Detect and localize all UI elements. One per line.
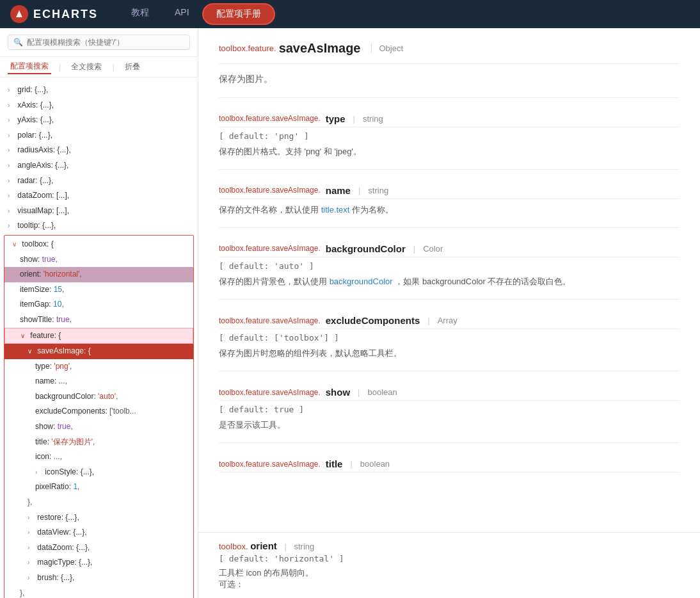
tree-item-title[interactable]: title: '保存为图片', [4,435,193,450]
prop-excludecomp-path: toolbox.feature.saveAsImage. [219,316,321,325]
bottom-default: [ default: 'horizontal' ] [219,554,680,563]
tree-item-yaxis[interactable]: › yAxis: {...}, [0,113,198,128]
tab-divider: | [59,62,61,72]
prop-show-header: toolbox.feature.saveAsImage. show | bool… [219,382,680,401]
bottom-bar: toolbox. orient | string [ default: 'hor… [198,532,700,598]
main-layout: 🔍 配置项搜索 | 全文搜索 | 折叠 › grid: {...}, › xAx… [0,28,700,598]
tree-item-feature-close[interactable]: }, [4,586,193,598]
prop-show-path: toolbox.feature.saveAsImage. [219,388,321,397]
tree-item-bgcolor[interactable]: backgroundColor: 'auto', [4,389,193,405]
prop-show-type: boolean [368,387,397,397]
prop-type-pipe: | [353,114,355,124]
prop-excludecomp-default: [ default: ['toolbox'] ] [219,333,680,343]
tree-item-visualmap[interactable]: › visualMap: [...], [0,204,198,219]
divider5 [219,371,680,371]
prop-name-header: toolbox.feature.saveAsImage. name | stri… [219,180,680,199]
tree-item-tooltip[interactable]: › tooltip: {...}, [0,218,198,234]
prop-bgcolor-name: backgroundColor [326,243,406,254]
search-input[interactable] [27,38,184,47]
prop-bgcolor-header: toolbox.feature.saveAsImage. backgroundC… [219,238,680,257]
nav-tutorial[interactable]: 教程 [118,3,162,25]
prop-name-path: toolbox.feature.saveAsImage. [219,186,321,195]
tree-item-radar[interactable]: › radar: {...}, [0,174,198,189]
tree-item-show[interactable]: show: true, [4,252,193,268]
prop-show-pipe: | [358,387,360,397]
tree-item-magictype[interactable]: › magicType: {...}, [4,555,193,570]
prop-name-type: string [368,186,388,195]
right-panel: toolbox.feature. saveAsImage Object 保存为图… [198,28,700,598]
divider3 [219,227,680,228]
prop-excludecomp: toolbox.feature.saveAsImage. excludeComp… [219,310,680,360]
tab-fulltext-search[interactable]: 全文搜索 [68,60,104,74]
header: ECHARTS 教程 API 配置项手册 [0,0,700,28]
nav-api[interactable]: API [162,3,202,25]
tree-item-show2[interactable]: show: true, [4,419,193,435]
title-prefix: toolbox.feature. [219,44,276,53]
tree-item-dataview[interactable]: › dataView: {...}, [4,525,193,540]
prop-type-name: type [326,113,346,124]
tree-item-type[interactable]: type: 'png', [4,359,193,375]
logo-text: ECHARTS [33,8,98,21]
tree-item-restore[interactable]: › restore: {...}, [4,510,193,526]
tree-item-saveasimage[interactable]: ∨ saveAsImage: { [4,344,193,359]
search-bar: 🔍 [0,28,198,57]
prop-excludecomp-pipe: | [427,316,429,325]
prop-show-name: show [326,387,350,398]
tree-item-name[interactable]: name: ..., [4,374,193,389]
prop-title-type: boolean [360,459,390,469]
search-tabs: 配置项搜索 | 全文搜索 | 折叠 [0,57,198,77]
prop-excludecomp-desc: 保存为图片时忽略的组件列表，默认忽略工具栏。 [219,346,680,360]
tree-item-itemgap[interactable]: itemGap: 10, [4,297,193,312]
tree-item-datazoom2[interactable]: › dataZoom: {...}, [4,540,193,556]
tree-item-xaxis[interactable]: › xAxis: {...}, [0,98,198,113]
bottom-prefix: toolbox. [219,542,248,551]
prop-type: toolbox.feature.saveAsImage. type | stri… [219,108,680,159]
bottom-prop-name: orient [250,540,277,551]
prop-type-path: toolbox.feature.saveAsImage. [219,114,321,123]
tree-item-saveas-close[interactable]: }, [4,495,193,510]
tree-item-showtitle[interactable]: showTitle: true, [4,312,193,328]
prop-bgcolor-type: Color [423,244,443,254]
prop-bgcolor-path: toolbox.feature.saveAsImage. [219,244,321,253]
tree-item-itemsize[interactable]: itemSize: 15, [4,282,193,298]
title-type: Object [371,44,404,53]
prop-type-header: toolbox.feature.saveAsImage. type | stri… [219,108,680,127]
tree-item-brush[interactable]: › brush: {...}, [4,570,193,586]
bottom-path: toolbox. orient | string [219,540,680,551]
toolbox-section: ∨ toolbox: { show: true, orient: 'horizo… [4,235,194,598]
tree-item-feature[interactable]: ∨ feature: { [4,328,193,344]
tab-collapse[interactable]: 折叠 [122,60,143,74]
tree-item-grid[interactable]: › grid: {...}, [0,83,198,98]
tree-item-iconstyle[interactable]: › iconStyle: {...}, [4,465,193,480]
tree-item-toolbox[interactable]: ∨ toolbox: { [4,237,193,252]
prop-title-path: toolbox.feature.saveAsImage. [219,460,321,469]
main-nav: 教程 API 配置项手册 [118,3,275,25]
prop-show-default: [ default: true ] [219,405,680,414]
tree-item-excludecomp[interactable]: excludeComponents: ['toolb... [4,404,193,419]
main-description: 保存为图片。 [219,72,680,87]
tree-item-orient[interactable]: orient: 'horizontal', [4,267,193,282]
tree-container: › grid: {...}, › xAxis: {...}, › yAxis: … [0,77,198,598]
prop-show: toolbox.feature.saveAsImage. show | bool… [219,382,680,432]
bgcolor-link[interactable]: backgroundColor [330,277,393,286]
tree-item-radiusaxis[interactable]: › radiusAxis: {...}, [0,143,198,158]
tree-item-pixelratio[interactable]: pixelRatio: 1, [4,480,193,495]
tree-item-polar[interactable]: › polar: {...}, [0,128,198,143]
logo-icon [10,5,28,23]
title-text-link[interactable]: title.text [321,205,350,214]
tab-config-search[interactable]: 配置项搜索 [8,60,51,74]
prop-title-header: toolbox.feature.saveAsImage. title | boo… [219,453,680,473]
nav-config[interactable]: 配置项手册 [202,3,275,25]
tree-item-angleaxis[interactable]: › angleAxis: {...}, [0,158,198,174]
search-input-wrap[interactable]: 🔍 [8,35,190,50]
prop-title: toolbox.feature.saveAsImage. title | boo… [219,453,680,473]
divider6 [219,442,680,443]
tree-item-icon[interactable]: icon: ..., [4,449,193,465]
tree-item-datazoom[interactable]: › dataZoom: [...], [0,188,198,204]
prop-name-name: name [326,185,351,196]
prop-name-pipe: | [358,186,360,195]
divider4 [219,299,680,300]
content-area: toolbox.feature. saveAsImage Object 保存为图… [198,28,700,532]
bottom-type: string [294,542,314,551]
prop-title-name: title [326,458,343,469]
